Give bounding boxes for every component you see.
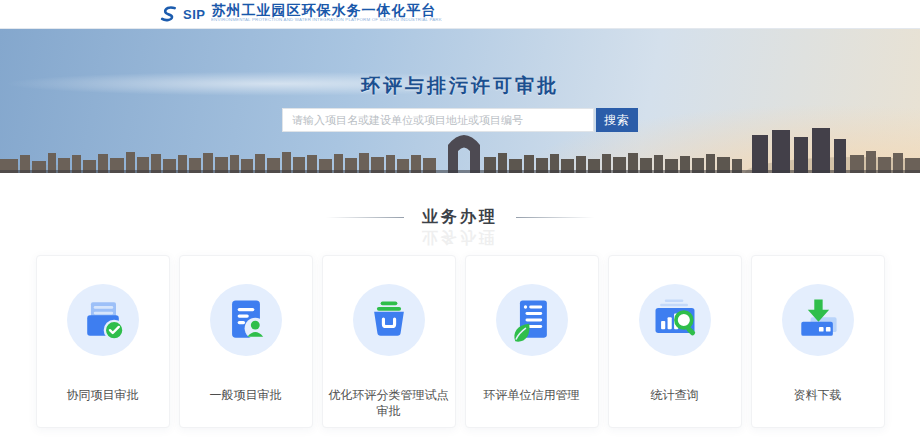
download-icon xyxy=(782,284,854,356)
basket-icon xyxy=(353,284,425,356)
sip-logo-icon xyxy=(160,5,179,24)
search-bar: 搜索 xyxy=(282,108,638,132)
logo-text: SIP xyxy=(183,7,205,22)
card-general-project-approval[interactable]: 一般项目审批 xyxy=(179,255,313,428)
archive-check-icon xyxy=(67,284,139,356)
card-label: 环评单位信用管理 xyxy=(480,388,584,404)
service-cards: 协同项目审批 一般项目审批 优化环评分类管理试点审批 xyxy=(0,255,920,428)
platform-title: 苏州工业园区环保水务一体化平台 xyxy=(211,3,631,17)
card-statistics-query[interactable]: 统计查询 xyxy=(608,255,742,428)
search-button[interactable]: 搜索 xyxy=(596,108,638,132)
chart-search-icon xyxy=(639,284,711,356)
document-leaf-icon xyxy=(496,284,568,356)
platform-subtitle: ENVIRONMENTAL PROTECTION AND WATER INTEG… xyxy=(211,18,442,22)
top-header: SIP 苏州工业园区环保水务一体化平台 ENVIRONMENTAL PROTEC… xyxy=(0,0,920,29)
section-title: 业务办理 xyxy=(422,207,498,228)
section-title-reflection: 业务办理 xyxy=(0,226,920,247)
card-label: 协同项目审批 xyxy=(63,388,143,404)
card-label: 优化环评分类管理试点审批 xyxy=(323,388,455,419)
card-label: 统计查询 xyxy=(647,388,703,404)
hero-title: 环评与排污许可审批 xyxy=(361,73,559,99)
card-data-download[interactable]: 资料下载 xyxy=(751,255,885,428)
section-header: 业务办理 业务办理 xyxy=(0,205,920,229)
hero-banner: 环评与排污许可审批 搜索 xyxy=(0,29,920,173)
card-optimized-eia-pilot-approval[interactable]: 优化环评分类管理试点审批 xyxy=(322,255,456,428)
search-input[interactable] xyxy=(282,108,594,132)
card-label: 资料下载 xyxy=(790,388,846,404)
divider-left xyxy=(326,217,404,218)
divider-right xyxy=(516,217,594,218)
card-collaborative-project-approval[interactable]: 协同项目审批 xyxy=(36,255,170,428)
card-label: 一般项目审批 xyxy=(206,388,286,404)
document-user-icon xyxy=(210,284,282,356)
card-eia-unit-credit-management[interactable]: 环评单位信用管理 xyxy=(465,255,599,428)
